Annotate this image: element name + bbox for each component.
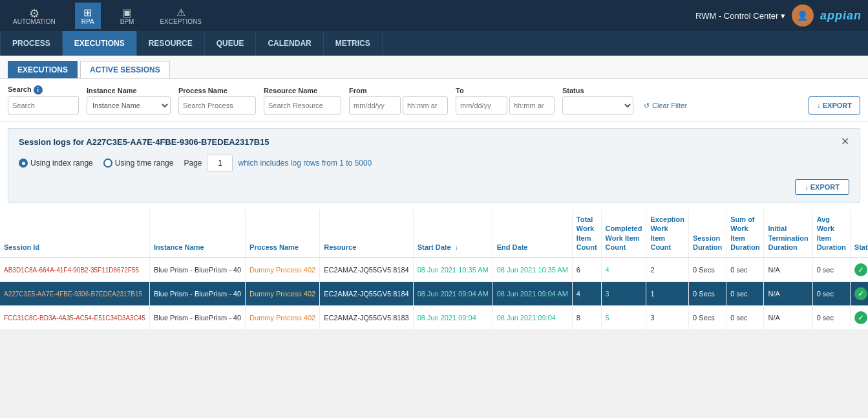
- top-bar: ⚙ AUTOMATION ⊞ RPA ▣ BPM ⚠ EXCEPTIONS RW…: [0, 0, 868, 31]
- table-cell: 0 Secs: [689, 282, 726, 306]
- col-start-date[interactable]: Start Date ↓: [413, 210, 492, 258]
- nav-automation[interactable]: ⚙ AUTOMATION: [6, 3, 62, 29]
- table-row[interactable]: AB3D1C8A-664A-41F4-90B2-35F11D6672F55Blu…: [0, 258, 868, 282]
- from-date-input[interactable]: [349, 96, 401, 115]
- tab-active-sessions[interactable]: ACTIVE SESSIONS: [80, 61, 170, 78]
- table-cell[interactable]: ✓: [850, 258, 868, 282]
- export-session-logs-button[interactable]: ↓ EXPORT: [795, 179, 849, 195]
- search-label: Search i: [8, 85, 79, 94]
- index-range-radio[interactable]: [19, 159, 28, 168]
- clear-filter-button[interactable]: ↺ Clear Filter: [641, 96, 690, 115]
- resource-name-filter-group: Resource Name: [264, 87, 341, 115]
- table-cell: 0 Secs: [689, 258, 726, 282]
- table-cell: 08 Jun 2021 09:04 AM: [413, 282, 492, 306]
- table-cell: 08 Jun 2021 10:35 AM: [492, 258, 572, 282]
- session-logs-section: Session logs for A227C3E5-AA7E-4FBE-9306…: [8, 128, 860, 203]
- exceptions-icon: ⚠: [175, 6, 187, 17]
- table-cell: 08 Jun 2021 10:35 AM: [413, 258, 492, 282]
- table-cell: 1: [646, 282, 689, 306]
- sort-start-date-icon: ↓: [455, 244, 458, 251]
- index-range-option[interactable]: Using index range: [19, 159, 93, 168]
- table-cell: Blue Prism - BluePrism - 40: [150, 282, 246, 306]
- table-cell: 3: [646, 306, 689, 330]
- table-cell[interactable]: ✓: [850, 282, 868, 306]
- export-button-top[interactable]: ↓ EXPORT: [809, 96, 860, 115]
- session-logs-header: Session logs for A227C3E5-AA7E-4FBE-9306…: [19, 137, 849, 147]
- sidebar-item-executions[interactable]: EXECUTIONS: [63, 31, 137, 56]
- instance-name-select[interactable]: Instance Name: [87, 96, 171, 115]
- executions-table-container: Session Id Instance Name Process Name Re…: [0, 210, 868, 330]
- app-title[interactable]: RWM - Control Center ▾: [695, 11, 785, 21]
- to-date-input[interactable]: [456, 96, 507, 115]
- search-input[interactable]: [8, 96, 79, 115]
- sidebar-item-calendar[interactable]: CALENDAR: [256, 31, 323, 56]
- col-total-work-item-count[interactable]: Total Work Item Count: [572, 210, 601, 258]
- table-cell: N/A: [764, 258, 812, 282]
- page-content: EXECUTIONS ACTIVE SESSIONS Search i Inst…: [0, 56, 868, 330]
- nav-bpm[interactable]: ▣ BPM: [114, 3, 141, 29]
- col-sum-work-item-duration[interactable]: Sum of Work Item Duration: [726, 210, 764, 258]
- col-completed-work-item-count[interactable]: Completed Work Item Count: [601, 210, 646, 258]
- to-time-input[interactable]: [509, 96, 555, 115]
- table-cell: 0 Secs: [689, 306, 726, 330]
- top-bar-right: RWM - Control Center ▾ 👤 appian: [695, 5, 862, 27]
- page-input[interactable]: [207, 155, 233, 171]
- table-cell: FCC31C8C-BD3A-4A35-AC54-E51C34D3A3C45: [0, 306, 150, 330]
- col-initial-termination-duration[interactable]: Initial Termination Duration: [764, 210, 812, 258]
- col-exception-work-item-count[interactable]: Exception Work Item Count: [646, 210, 689, 258]
- sidebar-item-queue[interactable]: QUEUE: [205, 31, 257, 56]
- time-range-option[interactable]: Using time range: [103, 159, 174, 168]
- col-session-id[interactable]: Session Id: [0, 210, 150, 258]
- close-session-logs-button[interactable]: ✕: [841, 137, 849, 147]
- session-logs-footer: ↓ EXPORT: [19, 179, 849, 195]
- resource-name-input[interactable]: [264, 96, 341, 115]
- table-cell: 2: [646, 258, 689, 282]
- sub-tabs: EXECUTIONS ACTIVE SESSIONS: [0, 56, 868, 79]
- automation-icon: ⚙: [28, 6, 41, 17]
- table-cell: 3: [601, 282, 646, 306]
- col-session-duration[interactable]: Session Duration: [689, 210, 726, 258]
- top-bar-icons: ⚙ AUTOMATION ⊞ RPA ▣ BPM ⚠ EXCEPTIONS: [6, 3, 695, 29]
- process-name-filter-group: Process Name: [178, 87, 256, 115]
- user-avatar[interactable]: 👤: [792, 5, 814, 27]
- sidebar-item-resource[interactable]: RESOURCE: [137, 31, 205, 56]
- col-status[interactable]: Status: [850, 210, 868, 258]
- col-instance-name[interactable]: Instance Name: [150, 210, 246, 258]
- table-cell: Blue Prism - BluePrism - 40: [150, 306, 246, 330]
- table-cell: 0 sec: [726, 282, 764, 306]
- status-select[interactable]: [562, 96, 633, 115]
- process-name-input[interactable]: [178, 96, 256, 115]
- nav-exceptions[interactable]: ⚠ EXCEPTIONS: [153, 3, 207, 29]
- table-cell: EC2AMAZ-JQ55GV5:8184: [320, 258, 413, 282]
- col-resource[interactable]: Resource: [320, 210, 413, 258]
- search-filter-group: Search i: [8, 85, 79, 115]
- rpa-label: RPA: [81, 18, 94, 25]
- from-label: From: [349, 87, 448, 94]
- automation-label: AUTOMATION: [13, 18, 56, 25]
- table-cell: 0 sec: [726, 258, 764, 282]
- col-avg-work-item-duration[interactable]: Avg Work Item Duration: [812, 210, 850, 258]
- tab-executions[interactable]: EXECUTIONS: [8, 61, 78, 78]
- table-row[interactable]: A227C3E5-AA7E-4FBE-9306-B7EDEA2317B15Blu…: [0, 282, 868, 306]
- exceptions-label: EXCEPTIONS: [160, 18, 201, 25]
- nav-rpa[interactable]: ⊞ RPA: [75, 3, 101, 29]
- table-cell: 4: [601, 258, 646, 282]
- table-cell[interactable]: ✓: [850, 306, 868, 330]
- sidebar-item-process[interactable]: PROCESS: [0, 31, 63, 56]
- table-cell: 5: [601, 306, 646, 330]
- table-row[interactable]: FCC31C8C-BD3A-4A35-AC54-E51C34D3A3C45Blu…: [0, 306, 868, 330]
- from-time-input[interactable]: [403, 96, 448, 115]
- status-filter-group: Status: [562, 87, 633, 115]
- page-info: which includes log rows from 1 to 5000: [238, 159, 372, 168]
- resource-name-label: Resource Name: [264, 87, 341, 94]
- table-cell: EC2AMAZ-JQ55GV5:8183: [320, 306, 413, 330]
- table-cell: Dummy Process 402: [246, 306, 320, 330]
- table-cell: 8: [572, 306, 601, 330]
- col-process-name[interactable]: Process Name: [246, 210, 320, 258]
- table-cell: 0 sec: [726, 306, 764, 330]
- rpa-icon: ⊞: [81, 6, 94, 17]
- time-range-radio[interactable]: [103, 159, 112, 168]
- status-check-icon: ✓: [854, 287, 867, 300]
- sidebar-item-metrics[interactable]: METRICS: [324, 31, 383, 56]
- col-end-date[interactable]: End Date: [492, 210, 572, 258]
